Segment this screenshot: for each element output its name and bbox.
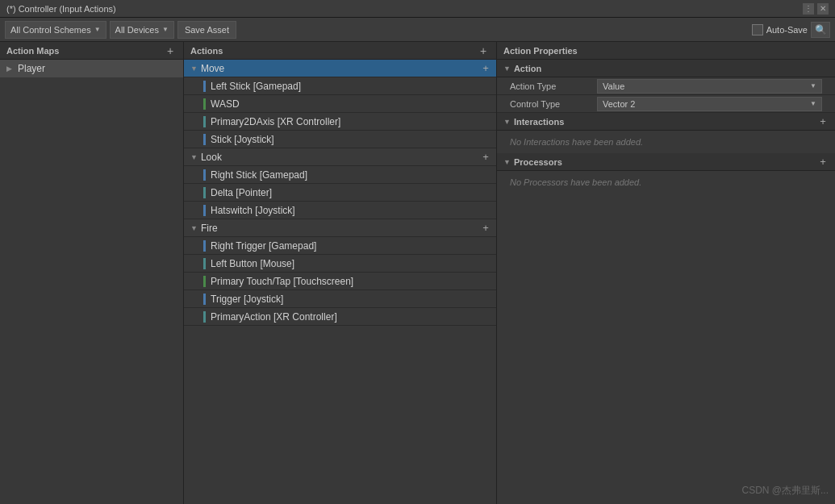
look-arrow: ▼	[190, 153, 198, 161]
binding-primary-touch[interactable]: Primary Touch/Tap [Touchscreen]	[184, 273, 496, 290]
processors-title: Processors	[514, 157, 562, 167]
no-processors-text: No Processors have been added.	[497, 171, 835, 194]
actions-panel: Actions + ▼ Move + Left Stick [Gamepad] …	[184, 42, 497, 504]
binding-trigger-joystick[interactable]: Trigger [Joystick]	[184, 290, 496, 308]
binding-right-stick[interactable]: Right Stick [Gamepad]	[184, 166, 496, 184]
action-maps-header: Action Maps +	[0, 42, 183, 60]
binding-primary-action-xr[interactable]: PrimaryAction [XR Controller]	[184, 308, 496, 326]
action-look-label: Look	[201, 152, 222, 163]
fire-arrow: ▼	[190, 224, 198, 232]
binding-wasd[interactable]: WASD	[184, 95, 496, 113]
action-move-header[interactable]: ▼ Move +	[184, 60, 496, 77]
save-asset-label: Save Asset	[185, 25, 229, 35]
action-maps-panel: Action Maps + ▶ Player	[0, 42, 184, 504]
binding-primary-action-label: PrimaryAction [XR Controller]	[211, 311, 337, 323]
devices-dropdown[interactable]: All Devices ▼	[110, 21, 174, 39]
interactions-arrow: ▼	[503, 118, 511, 126]
action-type-row: Action Type Value ▼	[497, 77, 835, 95]
binding-color-indicator	[203, 258, 206, 269]
control-schemes-label: All Control Schemes	[10, 25, 91, 35]
binding-delta-label: Delta [Pointer]	[211, 187, 272, 198]
add-move-binding-button[interactable]: +	[480, 63, 491, 74]
actions-header: Actions +	[184, 42, 496, 60]
control-type-row: Control Type Vector 2 ▼	[497, 95, 835, 113]
add-action-map-button[interactable]: +	[164, 44, 177, 57]
action-type-arrow: ▼	[810, 82, 816, 90]
action-fire-header[interactable]: ▼ Fire +	[184, 219, 496, 237]
binding-delta-pointer[interactable]: Delta [Pointer]	[184, 184, 496, 202]
save-asset-button[interactable]: Save Asset	[177, 21, 236, 39]
binding-color-indicator	[203, 134, 206, 145]
action-look-header[interactable]: ▼ Look +	[184, 148, 496, 166]
menu-button[interactable]: ⋮	[803, 3, 814, 15]
player-expand-arrow: ▶	[6, 65, 15, 73]
control-type-dropdown[interactable]: Vector 2 ▼	[597, 97, 822, 111]
window-title: (*) Controller (Input Actions)	[6, 4, 116, 14]
control-schemes-dropdown[interactable]: All Control Schemes ▼	[5, 21, 106, 39]
binding-left-stick-label: Left Stick [Gamepad]	[211, 81, 301, 92]
control-type-label: Control Type	[510, 99, 591, 109]
processors-section-header: ▼ Processors +	[497, 153, 835, 171]
watermark: CSDN @杰弗里斯...	[741, 484, 829, 498]
section-header-left: ▼ Action	[503, 64, 541, 73]
binding-color-indicator	[203, 294, 206, 305]
close-button[interactable]: ✕	[817, 3, 829, 15]
binding-hatswitch-label: Hatswitch [Joystick]	[211, 205, 295, 216]
interactions-section-header: ▼ Interactions +	[497, 113, 835, 131]
add-action-button[interactable]: +	[477, 44, 490, 57]
action-map-player[interactable]: ▶ Player	[0, 60, 183, 77]
action-type-label: Action Type	[510, 81, 591, 91]
interactions-header-left: ▼ Interactions	[503, 117, 564, 127]
action-map-player-label: Player	[18, 63, 45, 74]
binding-color-indicator	[203, 169, 206, 181]
action-type-dropdown[interactable]: Value ▼	[597, 79, 822, 94]
action-maps-title: Action Maps	[6, 46, 59, 56]
binding-primary2daxis-label: Primary2DAxis [XR Controller]	[211, 116, 340, 127]
binding-right-trigger-label: Right Trigger [Gamepad]	[211, 240, 316, 252]
add-fire-binding-button[interactable]: +	[480, 223, 491, 234]
binding-wasd-label: WASD	[211, 98, 240, 110]
binding-left-stick[interactable]: Left Stick [Gamepad]	[184, 77, 496, 95]
action-type-value: Value	[603, 81, 624, 91]
binding-right-stick-label: Right Stick [Gamepad]	[211, 169, 307, 181]
toolbar: All Control Schemes ▼ All Devices ▼ Save…	[0, 18, 835, 42]
binding-color-indicator	[203, 276, 206, 287]
interactions-title: Interactions	[514, 117, 564, 127]
actions-title: Actions	[190, 46, 223, 56]
binding-right-trigger[interactable]: Right Trigger [Gamepad]	[184, 237, 496, 255]
action-fire-label: Fire	[201, 223, 218, 234]
autosave-checkbox[interactable]	[752, 24, 763, 35]
add-processor-button[interactable]: +	[817, 156, 829, 168]
autosave-label: Auto-Save	[766, 25, 808, 35]
binding-color-indicator	[203, 240, 206, 252]
binding-color-indicator	[203, 311, 206, 323]
binding-primary-touch-label: Primary Touch/Tap [Touchscreen]	[211, 276, 353, 287]
move-arrow: ▼	[190, 65, 198, 73]
search-button[interactable]: 🔍	[811, 22, 830, 38]
binding-left-button-mouse[interactable]: Left Button [Mouse]	[184, 255, 496, 273]
control-schemes-arrow: ▼	[94, 26, 101, 33]
autosave-container: Auto-Save	[752, 24, 808, 35]
add-look-binding-button[interactable]: +	[480, 152, 491, 163]
control-type-value: Vector 2	[603, 99, 635, 109]
title-bar-left: (*) Controller (Input Actions)	[6, 4, 116, 14]
binding-color-indicator	[203, 187, 206, 198]
binding-left-button-label: Left Button [Mouse]	[211, 258, 294, 269]
binding-color-indicator	[203, 81, 206, 92]
properties-title: Action Properties	[503, 46, 578, 56]
binding-color-indicator	[203, 98, 206, 110]
search-icon: 🔍	[815, 24, 827, 35]
action-section-arrow: ▼	[503, 65, 511, 73]
control-type-arrow: ▼	[810, 100, 816, 107]
binding-hatswitch[interactable]: Hatswitch [Joystick]	[184, 202, 496, 219]
binding-stick-joystick[interactable]: Stick [Joystick]	[184, 131, 496, 148]
title-bar: (*) Controller (Input Actions) ⋮ ✕	[0, 0, 835, 18]
binding-color-indicator	[203, 116, 206, 127]
main-container: Action Maps + ▶ Player Actions + ▼ Move …	[0, 42, 835, 504]
binding-primary2daxis[interactable]: Primary2DAxis [XR Controller]	[184, 113, 496, 131]
binding-stick-label: Stick [Joystick]	[211, 134, 274, 145]
action-move-label: Move	[201, 63, 224, 74]
devices-arrow: ▼	[162, 26, 169, 33]
add-interaction-button[interactable]: +	[817, 116, 829, 127]
devices-label: All Devices	[115, 25, 159, 35]
